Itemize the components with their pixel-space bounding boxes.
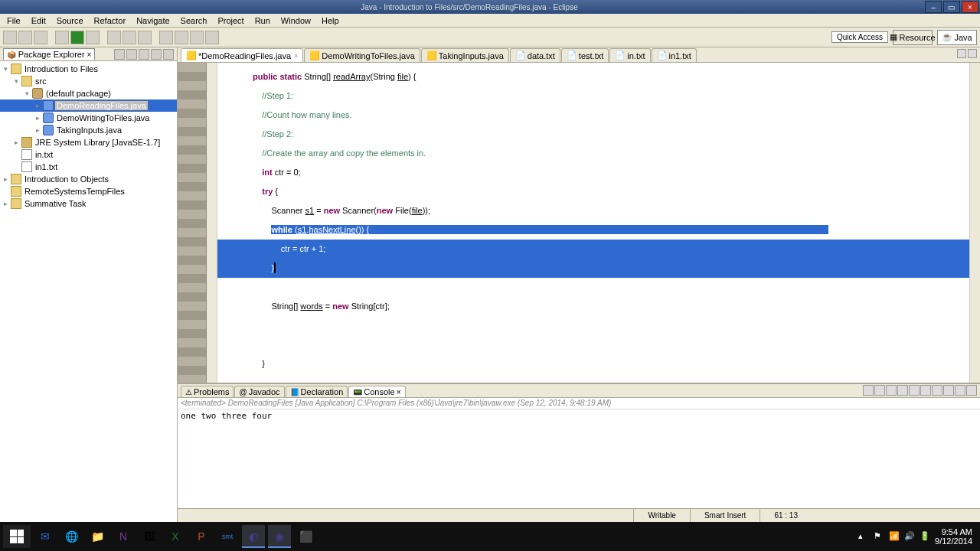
menu-project[interactable]: Project	[214, 15, 247, 26]
package-explorer-panel: 📦 Package Explorer × ▾Introduction to Fi…	[0, 47, 178, 522]
tree-in-txt[interactable]: in.txt	[0, 148, 177, 161]
tab-problems[interactable]: ⚠ Problems	[181, 386, 234, 397]
menu-file[interactable]: File	[3, 15, 24, 26]
menu-refactor[interactable]: Refactor	[90, 15, 130, 26]
app-icon[interactable]: ⬛	[294, 525, 317, 548]
overview-ruler[interactable]	[969, 63, 980, 383]
link-editor-icon[interactable]	[126, 49, 137, 60]
code-editor[interactable]: public static String[] readArray(String …	[217, 63, 969, 383]
editor-area: public static String[] readArray(String …	[178, 63, 980, 383]
console-remove-icon[interactable]	[874, 385, 885, 396]
smart-icon[interactable]: smt	[216, 525, 239, 548]
system-tray[interactable]: ▴ ⚑ 📶 🔊 🔋 9:54 AM9/12/2014	[858, 527, 977, 546]
editor-min-icon[interactable]	[957, 49, 966, 58]
menu-navigate[interactable]: Navigate	[132, 15, 173, 26]
save-all-icon[interactable]	[34, 31, 47, 44]
volume-icon[interactable]: 🔊	[904, 531, 915, 542]
collapse-all-icon[interactable]	[114, 49, 125, 60]
tab-data-txt[interactable]: 📄data.txt	[510, 48, 560, 62]
tree-file-demoreading[interactable]: ▸DemoReadingFiles.java	[0, 99, 177, 112]
menu-run[interactable]: Run	[251, 15, 274, 26]
tab-javadoc[interactable]: @ Javadoc	[234, 386, 284, 397]
menu-edit[interactable]: Edit	[28, 15, 50, 26]
menu-window[interactable]: Window	[277, 15, 315, 26]
close-tab-icon[interactable]: ×	[294, 52, 298, 60]
excel-icon[interactable]: X	[164, 525, 187, 548]
onenote-icon[interactable]: N	[112, 525, 135, 548]
tree-src[interactable]: ▾src	[0, 75, 177, 87]
debug-icon[interactable]	[55, 31, 69, 44]
nav-back-icon[interactable]	[190, 31, 204, 44]
tray-up-icon[interactable]: ▴	[858, 531, 869, 542]
minimize-view-icon[interactable]	[151, 49, 162, 60]
quick-access-input[interactable]: Quick Access	[831, 31, 888, 43]
close-tab-icon[interactable]: ×	[397, 387, 401, 396]
run-icon[interactable]	[70, 31, 84, 44]
clock[interactable]: 9:54 AM9/12/2014	[935, 527, 972, 546]
menu-source[interactable]: Source	[53, 15, 87, 26]
tree-in1-txt[interactable]: in1.txt	[0, 161, 177, 173]
new-icon[interactable]	[3, 31, 17, 44]
tab-test-txt[interactable]: 📄test.txt	[561, 48, 609, 62]
action-center-icon[interactable]: ⚑	[874, 531, 884, 542]
menu-help[interactable]: Help	[318, 15, 343, 26]
resource-perspective[interactable]: ▦Resource	[893, 30, 933, 45]
outlook-icon[interactable]: ✉	[34, 525, 57, 548]
console-clear-icon[interactable]	[897, 385, 908, 396]
tree-package[interactable]: ▾(default package)	[0, 87, 177, 99]
eclipse2-icon[interactable]: ◉	[268, 525, 291, 548]
tree-file-takinginputs[interactable]: ▸TakingInputs.java	[0, 124, 177, 136]
nav-fwd-icon[interactable]	[205, 31, 219, 44]
menu-search[interactable]: Search	[177, 15, 211, 26]
console-scroll-lock-icon[interactable]	[909, 385, 920, 396]
tree-project-objects[interactable]: ▸Introduction to Objects	[0, 173, 177, 185]
tree-jre-library[interactable]: ▸JRE System Library [JavaSE-1.7]	[0, 136, 177, 148]
maximize-button[interactable]: ▭	[943, 1, 960, 13]
java-perspective[interactable]: ☕Java	[937, 30, 977, 45]
tree-project-remote[interactable]: RemoteSystemsTempFiles	[0, 185, 177, 197]
editor-max-icon[interactable]	[968, 49, 977, 58]
minimize-button[interactable]: –	[925, 1, 942, 13]
search-icon[interactable]	[159, 31, 173, 44]
tree-project[interactable]: ▾Introduction to Files	[0, 63, 177, 75]
tab-takinginputs[interactable]: 🟨TakingInputs.java	[421, 48, 509, 62]
toggle-icon[interactable]	[175, 31, 188, 44]
network-icon[interactable]: 📶	[889, 531, 900, 542]
tree-file-demowriting[interactable]: ▸DemoWritingToFiles.java	[0, 112, 177, 124]
console-terminate-icon[interactable]	[863, 385, 874, 396]
tab-in-txt[interactable]: 📄in.txt	[609, 48, 650, 62]
tab-demowriting[interactable]: 🟨DemoWritingToFiles.java	[304, 48, 420, 62]
battery-icon[interactable]: 🔋	[920, 531, 930, 542]
editor-vertical-ruler[interactable]	[178, 63, 207, 383]
view-max-icon[interactable]	[966, 385, 977, 396]
window-titlebar: Java - Introduction to Files/src/DemoRea…	[0, 0, 980, 14]
photo-icon[interactable]: 🖼	[138, 525, 161, 548]
package-explorer-tab[interactable]: 📦 Package Explorer ×	[3, 48, 95, 60]
maximize-view-icon[interactable]	[163, 49, 174, 60]
console-output[interactable]: one two three four	[178, 409, 980, 508]
console-open-icon[interactable]	[943, 385, 954, 396]
view-min-icon[interactable]	[955, 385, 965, 396]
console-display-icon[interactable]	[932, 385, 942, 396]
chrome-icon[interactable]: 🌐	[60, 525, 83, 548]
tab-console[interactable]: 📟 Console ×	[348, 386, 406, 397]
new-class-icon[interactable]	[122, 31, 136, 44]
editor-folding-ruler[interactable]	[207, 63, 217, 383]
view-menu-icon[interactable]	[139, 49, 149, 60]
tab-declaration[interactable]: 📘 Declaration	[286, 386, 348, 397]
explorer-icon[interactable]: 📁	[86, 525, 109, 548]
save-icon[interactable]	[18, 31, 32, 44]
tab-demoreading[interactable]: 🟨*DemoReadingFiles.java×	[181, 48, 303, 62]
new-package-icon[interactable]	[107, 31, 121, 44]
powerpoint-icon[interactable]: P	[190, 525, 213, 548]
open-type-icon[interactable]	[138, 31, 152, 44]
console-remove-all-icon[interactable]	[886, 385, 897, 396]
start-button[interactable]	[3, 525, 31, 548]
tab-in1-txt[interactable]: 📄in1.txt	[652, 48, 697, 62]
close-button[interactable]: ×	[962, 1, 978, 13]
package-explorer-tree[interactable]: ▾Introduction to Files ▾src ▾(default pa…	[0, 61, 177, 522]
run-last-icon[interactable]	[86, 31, 100, 44]
eclipse-icon[interactable]: ◐	[242, 525, 265, 548]
tree-project-summative[interactable]: ▸Summative Task	[0, 197, 177, 210]
console-pin-icon[interactable]	[920, 385, 931, 396]
